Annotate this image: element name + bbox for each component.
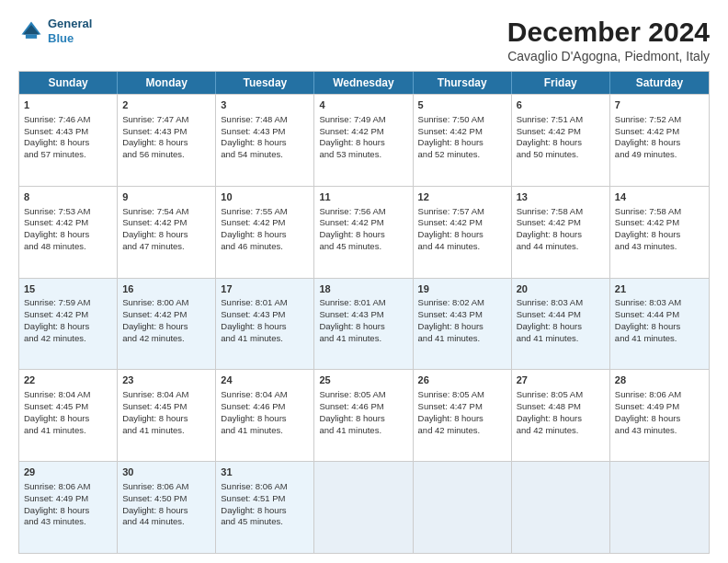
calendar-header: Sunday Monday Tuesday Wednesday Thursday… <box>19 72 709 94</box>
header: General Blue December 2024 Cavaglio D'Ag… <box>18 17 710 63</box>
header-monday: Monday <box>118 72 216 94</box>
header-sunday: Sunday <box>19 72 118 94</box>
cal-cell-27: 27Sunrise: 8:05 AMSunset: 4:48 PMDayligh… <box>512 370 610 461</box>
header-wednesday: Wednesday <box>314 72 413 94</box>
calendar-body: 1Sunrise: 7:46 AMSunset: 4:43 PMDaylight… <box>19 94 709 553</box>
cal-cell-15: 15Sunrise: 7:59 AMSunset: 4:42 PMDayligh… <box>19 279 118 370</box>
cal-cell-3: 3Sunrise: 7:48 AMSunset: 4:43 PMDaylight… <box>216 95 314 186</box>
cal-cell-12: 12Sunrise: 7:57 AMSunset: 4:42 PMDayligh… <box>414 187 512 278</box>
cal-cell-empty <box>610 462 709 553</box>
logo-line1: General <box>48 17 92 31</box>
calendar-week-4: 22Sunrise: 8:04 AMSunset: 4:45 PMDayligh… <box>19 369 709 461</box>
title-block: December 2024 Cavaglio D'Agogna, Piedmon… <box>507 17 710 63</box>
cal-cell-25: 25Sunrise: 8:05 AMSunset: 4:46 PMDayligh… <box>314 370 413 461</box>
cal-cell-26: 26Sunrise: 8:05 AMSunset: 4:47 PMDayligh… <box>414 370 512 461</box>
header-tuesday: Tuesday <box>216 72 314 94</box>
cal-cell-23: 23Sunrise: 8:04 AMSunset: 4:45 PMDayligh… <box>118 370 216 461</box>
calendar-week-1: 1Sunrise: 7:46 AMSunset: 4:43 PMDaylight… <box>19 94 709 186</box>
cal-cell-30: 30Sunrise: 8:06 AMSunset: 4:50 PMDayligh… <box>118 462 216 553</box>
cal-cell-8: 8Sunrise: 7:53 AMSunset: 4:42 PMDaylight… <box>19 187 118 278</box>
cal-cell-22: 22Sunrise: 8:04 AMSunset: 4:45 PMDayligh… <box>19 370 118 461</box>
cal-cell-5: 5Sunrise: 7:50 AMSunset: 4:42 PMDaylight… <box>414 95 512 186</box>
logo: General Blue <box>18 17 92 45</box>
calendar: Sunday Monday Tuesday Wednesday Thursday… <box>18 71 710 554</box>
cal-cell-28: 28Sunrise: 8:06 AMSunset: 4:49 PMDayligh… <box>610 370 709 461</box>
calendar-week-3: 15Sunrise: 7:59 AMSunset: 4:42 PMDayligh… <box>19 278 709 370</box>
cal-cell-empty <box>314 462 413 553</box>
cal-cell-14: 14Sunrise: 7:58 AMSunset: 4:42 PMDayligh… <box>610 187 709 278</box>
logo-line2: Blue <box>48 31 92 46</box>
cal-cell-7: 7Sunrise: 7:52 AMSunset: 4:42 PMDaylight… <box>610 95 709 186</box>
main-title: December 2024 <box>507 17 710 47</box>
calendar-week-5: 29Sunrise: 8:06 AMSunset: 4:49 PMDayligh… <box>19 461 709 553</box>
cal-cell-10: 10Sunrise: 7:55 AMSunset: 4:42 PMDayligh… <box>216 187 314 278</box>
cal-cell-24: 24Sunrise: 8:04 AMSunset: 4:46 PMDayligh… <box>216 370 314 461</box>
cal-cell-4: 4Sunrise: 7:49 AMSunset: 4:42 PMDaylight… <box>314 95 413 186</box>
cal-cell-empty <box>414 462 512 553</box>
cal-cell-1: 1Sunrise: 7:46 AMSunset: 4:43 PMDaylight… <box>19 95 118 186</box>
svg-rect-2 <box>26 34 37 38</box>
cal-cell-17: 17Sunrise: 8:01 AMSunset: 4:43 PMDayligh… <box>216 279 314 370</box>
cal-cell-13: 13Sunrise: 7:58 AMSunset: 4:42 PMDayligh… <box>512 187 610 278</box>
cal-cell-11: 11Sunrise: 7:56 AMSunset: 4:42 PMDayligh… <box>314 187 413 278</box>
calendar-week-2: 8Sunrise: 7:53 AMSunset: 4:42 PMDaylight… <box>19 186 709 278</box>
logo-text: General Blue <box>48 17 92 45</box>
cal-cell-2: 2Sunrise: 7:47 AMSunset: 4:43 PMDaylight… <box>118 95 216 186</box>
cal-cell-6: 6Sunrise: 7:51 AMSunset: 4:42 PMDaylight… <box>512 95 610 186</box>
cal-cell-16: 16Sunrise: 8:00 AMSunset: 4:42 PMDayligh… <box>118 279 216 370</box>
subtitle: Cavaglio D'Agogna, Piedmont, Italy <box>507 49 710 63</box>
cal-cell-9: 9Sunrise: 7:54 AMSunset: 4:42 PMDaylight… <box>118 187 216 278</box>
logo-icon <box>18 18 44 44</box>
cal-cell-18: 18Sunrise: 8:01 AMSunset: 4:43 PMDayligh… <box>314 279 413 370</box>
page: General Blue December 2024 Cavaglio D'Ag… <box>0 0 728 563</box>
cal-cell-empty <box>512 462 610 553</box>
header-friday: Friday <box>512 72 610 94</box>
cal-cell-20: 20Sunrise: 8:03 AMSunset: 4:44 PMDayligh… <box>512 279 610 370</box>
header-thursday: Thursday <box>414 72 512 94</box>
header-saturday: Saturday <box>610 72 709 94</box>
cal-cell-21: 21Sunrise: 8:03 AMSunset: 4:44 PMDayligh… <box>610 279 709 370</box>
cal-cell-19: 19Sunrise: 8:02 AMSunset: 4:43 PMDayligh… <box>414 279 512 370</box>
cal-cell-29: 29Sunrise: 8:06 AMSunset: 4:49 PMDayligh… <box>19 462 118 553</box>
cal-cell-31: 31Sunrise: 8:06 AMSunset: 4:51 PMDayligh… <box>216 462 314 553</box>
